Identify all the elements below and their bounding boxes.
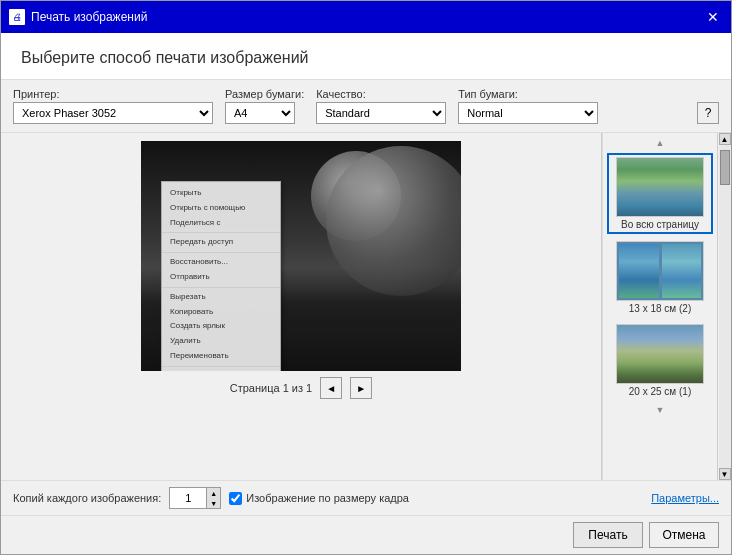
printer-label: Принтер: — [13, 88, 213, 100]
window-title: Печать изображений — [31, 10, 147, 24]
thumbnail-20x25[interactable]: 20 x 25 см (1) — [607, 321, 713, 400]
menu-item: Поделиться с — [162, 216, 280, 231]
copies-spinner: ▲ ▼ — [206, 488, 220, 508]
controls-row: Принтер: Xerox Phaser 3052 Размер бумаги… — [1, 80, 731, 133]
menu-item: Свойства — [162, 369, 280, 371]
thumbnails-panel: ▲ Во всю страницу — [601, 133, 731, 480]
fit-checkbox[interactable] — [229, 492, 242, 505]
next-page-button[interactable]: ► — [350, 377, 372, 399]
thumb-label-2: 13 x 18 см (2) — [629, 303, 691, 314]
papersize-group: Размер бумаги: A4 A3 Letter — [225, 88, 304, 124]
menu-item: Открыть с помощью — [162, 201, 280, 216]
papertype-select[interactable]: Normal Photo Glossy — [458, 102, 598, 124]
papertype-group: Тип бумаги: Normal Photo Glossy — [458, 88, 598, 124]
page-navigation: Страница 1 из 1 ◄ ► — [230, 377, 372, 399]
preview-image: Открыть Открыть с помощью Поделиться с П… — [141, 141, 461, 371]
thumbnail-13x18[interactable]: 13 x 18 см (2) — [607, 238, 713, 317]
menu-item: Восстановить... — [162, 255, 280, 270]
menu-separator — [162, 287, 280, 288]
thumb-image-2 — [616, 241, 704, 301]
params-link[interactable]: Параметры... — [651, 492, 719, 504]
copies-input[interactable] — [170, 488, 206, 508]
content-area: Выберите способ печати изображений Принт… — [1, 33, 731, 554]
prev-page-button[interactable]: ◄ — [320, 377, 342, 399]
title-bar-left: 🖨 Печать изображений — [9, 9, 147, 25]
close-button[interactable]: ✕ — [703, 7, 723, 27]
menu-item: Отправить — [162, 270, 280, 285]
print-button[interactable]: Печать — [573, 522, 643, 548]
footer: Печать Отмена — [1, 515, 731, 554]
menu-separator — [162, 366, 280, 367]
scrollbar[interactable]: ▲ ▼ — [717, 133, 731, 480]
papersize-select[interactable]: A4 A3 Letter — [225, 102, 295, 124]
page-indicator: Страница 1 из 1 — [230, 382, 312, 394]
page-title: Выберите способ печати изображений — [21, 49, 711, 67]
papersize-label: Размер бумаги: — [225, 88, 304, 100]
fit-check-group: Изображение по размеру кадра — [229, 492, 409, 505]
help-button[interactable]: ? — [697, 102, 719, 124]
thumb-landscape-img — [617, 158, 703, 216]
quality-select[interactable]: Standard High Draft — [316, 102, 446, 124]
papertype-label: Тип бумаги: — [458, 88, 598, 100]
thumb-label-1: Во всю страницу — [621, 219, 699, 230]
bottom-row: Копий каждого изображения: ▲ ▼ Изображен… — [1, 480, 731, 515]
copies-label: Копий каждого изображения: — [13, 492, 161, 504]
scroll-thumb[interactable] — [720, 150, 730, 185]
thumbnail-fullpage[interactable]: Во всю страницу — [607, 153, 713, 234]
menu-separator — [162, 252, 280, 253]
menu-item: Копировать — [162, 305, 280, 320]
menu-item: Создать ярлык — [162, 319, 280, 334]
context-menu: Открыть Открыть с помощью Поделиться с П… — [161, 181, 281, 371]
thumb-tall-img — [617, 242, 703, 300]
thumb-image-1 — [616, 157, 704, 217]
fit-label: Изображение по размеру кадра — [246, 492, 409, 504]
menu-separator — [162, 232, 280, 233]
scroll-up[interactable]: ▲ — [607, 137, 713, 149]
thumb-col-right — [662, 244, 702, 298]
thumb-col-left — [619, 244, 659, 298]
preview-section: Открыть Открыть с помощью Поделиться с П… — [1, 133, 601, 480]
scroll-down[interactable]: ▼ — [607, 404, 713, 416]
thumbnails-list: ▲ Во всю страницу — [602, 133, 717, 480]
thumb-label-3: 20 x 25 см (1) — [629, 386, 691, 397]
thumb-mountain-img — [617, 325, 703, 383]
copies-up-button[interactable]: ▲ — [206, 488, 220, 498]
quality-group: Качество: Standard High Draft — [316, 88, 446, 124]
title-bar: 🖨 Печать изображений ✕ — [1, 1, 731, 33]
menu-item: Переименовать — [162, 349, 280, 364]
cancel-button[interactable]: Отмена — [649, 522, 719, 548]
main-area: Открыть Открыть с помощью Поделиться с П… — [1, 133, 731, 480]
preview-container: Открыть Открыть с помощью Поделиться с П… — [141, 141, 461, 371]
printer-select[interactable]: Xerox Phaser 3052 — [13, 102, 213, 124]
thumb-image-3 — [616, 324, 704, 384]
scroll-track — [719, 145, 731, 468]
copies-input-group: ▲ ▼ — [169, 487, 221, 509]
copies-down-button[interactable]: ▼ — [206, 498, 220, 508]
printer-group: Принтер: Xerox Phaser 3052 — [13, 88, 213, 124]
scroll-up-button[interactable]: ▲ — [719, 133, 731, 145]
app-icon: 🖨 — [9, 9, 25, 25]
header-section: Выберите способ печати изображений — [1, 33, 731, 80]
quality-label: Качество: — [316, 88, 446, 100]
menu-item: Вырезать — [162, 290, 280, 305]
scroll-down-button[interactable]: ▼ — [719, 468, 731, 480]
menu-item: Передать доступ — [162, 235, 280, 250]
main-window: 🖨 Печать изображений ✕ Выберите способ п… — [0, 0, 732, 555]
menu-item: Открыть — [162, 186, 280, 201]
menu-item: Удалить — [162, 334, 280, 349]
